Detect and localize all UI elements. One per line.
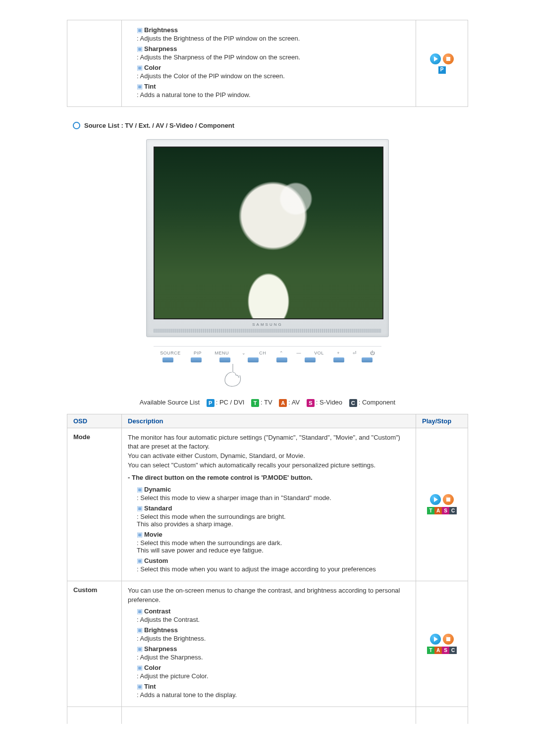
badge-s: S [442, 647, 449, 654]
bullet-item: ▣Tint [137, 83, 410, 90]
control-strip: SOURCE PIP MENU ⌄ CH ⌃ — VOL + ⏎ ⏻ [154, 346, 381, 362]
section-title: Source List : TV / Ext. / AV / S-Video /… [84, 122, 234, 129]
ctrl-button[interactable] [276, 357, 287, 362]
stop-icon[interactable] [443, 53, 454, 64]
badge-c: C [349, 399, 357, 407]
col-osd: OSD [67, 414, 122, 428]
item-title: Color [144, 64, 161, 71]
play-stop-cell: T A S C [416, 428, 468, 581]
ctrl-button[interactable] [162, 357, 173, 362]
monitor-brand: SAMSUNG [154, 322, 381, 327]
play-stop-cell: T A S C [416, 581, 468, 707]
bullet-item: ▣Brightness [137, 26, 410, 34]
bullet-item: ▣Dynamic [137, 486, 410, 493]
badge-t: T [251, 399, 259, 407]
ctrl-button[interactable] [333, 357, 344, 362]
ctrl-label: PIP [194, 351, 202, 355]
item-desc: : Select this mode when you want to adju… [137, 565, 410, 573]
play-stop-cluster: T A S C [427, 494, 457, 514]
item-desc: : Adjust the Sharpness. [137, 654, 410, 661]
table-row: Custom You can use the on-screen menus t… [67, 581, 468, 707]
ctrl-label: ⏎ [353, 351, 357, 355]
item-title: Brightness [144, 626, 178, 634]
bullet-item: ▣Sharpness [137, 645, 410, 653]
play-icon[interactable] [430, 494, 441, 505]
bullet-item: ▣Movie [137, 531, 410, 538]
item-desc: : Select this mode to view a sharper ima… [137, 494, 410, 502]
bold-note: - The direct button on the remote contro… [128, 473, 410, 483]
section-header: Source List : TV / Ext. / AV / S-Video /… [73, 122, 468, 129]
intro-text: You can use the on-screen menus to chang… [128, 586, 410, 605]
ctrl-button[interactable] [248, 357, 259, 362]
item-desc: : Adds a natural tone to the PIP window. [137, 91, 410, 99]
badge-s: S [307, 399, 315, 407]
monitor-illustration: SAMSUNG SOURCE PIP MENU ⌄ CH ⌃ — VOL + ⏎… [67, 139, 468, 394]
item-desc: : Adjusts the Brightness of the PIP wind… [137, 35, 410, 42]
legend-label: : PC / DVI [216, 399, 245, 406]
top-osd-cell [67, 20, 122, 107]
legend-label: : S-Video [316, 399, 342, 406]
stop-icon[interactable] [443, 494, 454, 505]
badge-p: P [207, 399, 214, 407]
badge-p: P [438, 66, 446, 74]
item-title: Tint [144, 83, 156, 90]
ctrl-label: VOL [314, 351, 324, 355]
empty-cell [122, 707, 416, 724]
bullet-item: ▣Color [137, 664, 410, 671]
badge-t: T [427, 507, 434, 514]
ctrl-label: ⌃ [279, 351, 284, 355]
play-icon[interactable] [430, 634, 441, 645]
item-desc: : Adjusts the Sharpness of the PIP windo… [137, 53, 410, 61]
badge-t: T [427, 647, 434, 654]
empty-cell [416, 707, 468, 724]
ctrl-label: — [296, 351, 301, 355]
ctrl-label: ⌄ [242, 351, 246, 355]
ctrl-button[interactable] [362, 357, 373, 362]
desc-cell: You can use the on-screen menus to chang… [122, 581, 416, 707]
col-playstop: Play/Stop [416, 414, 468, 428]
col-description: Description [122, 414, 416, 428]
ctrl-label: CH [259, 351, 266, 355]
item-title: Contrast [144, 607, 170, 615]
play-icon[interactable] [430, 53, 441, 64]
bullet-item: ▣Standard [137, 504, 410, 512]
item-desc: : Adds a natural tone to the display. [137, 691, 410, 699]
section-bullet-icon [73, 122, 80, 129]
play-stop-cell: P [416, 20, 468, 107]
badge-c: C [449, 507, 457, 514]
ctrl-button[interactable] [191, 357, 202, 362]
item-desc: : Adjusts the Brightness. [137, 635, 410, 642]
item-desc: : Select this mode when the surroundings… [137, 513, 410, 528]
item-desc: : Adjusts the Contrast. [137, 616, 410, 623]
play-stop-cluster: P [430, 53, 454, 74]
item-title: Color [144, 664, 161, 671]
page: ▣Brightness : Adjusts the Brightness of … [67, 0, 468, 754]
empty-cell [67, 707, 122, 724]
desc-cell: The monitor has four automatic picture s… [122, 428, 416, 581]
item-title: Dynamic [144, 486, 171, 493]
ctrl-button[interactable] [305, 357, 316, 362]
legend-prefix: Available Source List [140, 399, 200, 406]
source-legend: Available Source List P: PC / DVI T: TV … [67, 399, 468, 407]
osd-name: Mode [67, 428, 122, 581]
pointing-hand-icon [218, 361, 248, 393]
osd-name: Custom [67, 581, 122, 707]
ctrl-label: MENU [214, 351, 229, 355]
monitor-screen [154, 147, 383, 319]
ctrl-label: SOURCE [160, 351, 181, 355]
item-title: Custom [144, 557, 168, 564]
item-title: Sharpness [144, 645, 177, 653]
monitor-frame: SAMSUNG [146, 139, 389, 337]
stop-icon[interactable] [443, 634, 454, 645]
osd-table: OSD Description Play/Stop Mode The monit… [67, 414, 468, 724]
bullet-item: ▣Custom [137, 557, 410, 564]
legend-label: : TV [261, 399, 272, 406]
top-desc-cell: ▣Brightness : Adjusts the Brightness of … [122, 20, 416, 107]
table-row: Mode The monitor has four automatic pict… [67, 428, 468, 581]
ctrl-label: ⏻ [370, 351, 375, 355]
item-title: Tint [144, 683, 156, 690]
legend-label: : AV [288, 399, 300, 406]
top-partial-table: ▣Brightness : Adjusts the Brightness of … [67, 20, 468, 107]
item-title: Sharpness [144, 45, 177, 52]
item-desc: : Adjusts the Color of the PIP window on… [137, 72, 410, 80]
